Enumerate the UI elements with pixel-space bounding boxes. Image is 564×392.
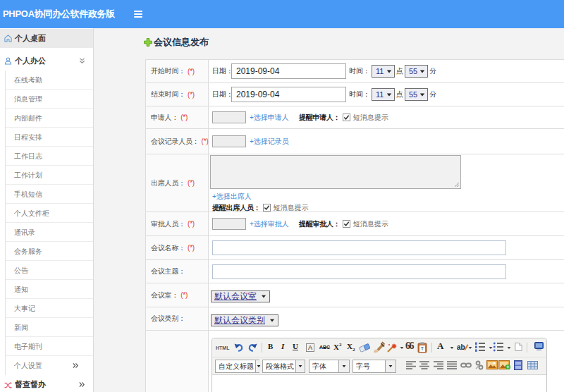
- svg-text:ab: ab: [457, 343, 465, 351]
- svg-text:T: T: [421, 346, 424, 351]
